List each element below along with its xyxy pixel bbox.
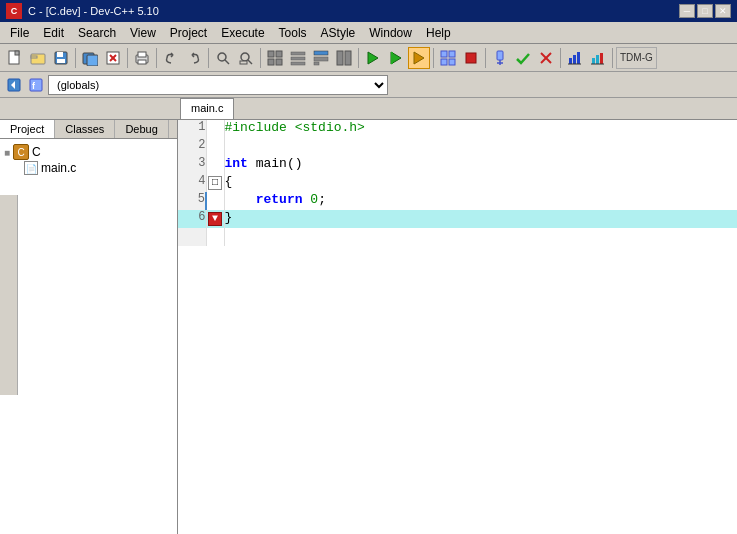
menu-help[interactable]: Help — [420, 24, 457, 42]
close-button2[interactable] — [102, 47, 124, 69]
scope-func-button[interactable]: f — [26, 74, 46, 96]
code-line-1: 1 #include <stdio.h> — [178, 120, 737, 138]
compile-run-button[interactable] — [408, 47, 430, 69]
debug-button[interactable] — [489, 47, 511, 69]
menubar: File Edit Search View Project Execute To… — [0, 22, 737, 44]
rebuild-button[interactable] — [437, 47, 459, 69]
svg-rect-52 — [600, 53, 603, 64]
view4-button[interactable] — [333, 47, 355, 69]
toolbar-separator-5 — [260, 48, 261, 68]
save-all-button[interactable] — [79, 47, 101, 69]
file-name: main.c — [41, 161, 76, 175]
print-button[interactable] — [131, 47, 153, 69]
code-editor[interactable]: 1 #include <stdio.h> 2 3 int main() — [178, 120, 737, 534]
code-table: 1 #include <stdio.h> 2 3 int main() — [178, 120, 737, 246]
toolbar-separator-2 — [127, 48, 128, 68]
menu-execute[interactable]: Execute — [215, 24, 270, 42]
project-icon: C — [13, 144, 29, 160]
sidebar-tab-debug[interactable]: Debug — [115, 120, 168, 138]
svg-rect-50 — [592, 58, 595, 64]
menu-window[interactable]: Window — [363, 24, 418, 42]
left-scrollbar[interactable] — [0, 195, 18, 395]
tree-root[interactable]: ■ C C — [4, 143, 173, 161]
code-content-3[interactable]: int main() — [224, 156, 737, 174]
toolbar-separator-6 — [358, 48, 359, 68]
line-number-2: 2 — [178, 138, 206, 156]
undo-button[interactable] — [160, 47, 182, 69]
menu-tools[interactable]: Tools — [273, 24, 313, 42]
find-button[interactable] — [212, 47, 234, 69]
open-button[interactable] — [27, 47, 49, 69]
menu-file[interactable]: File — [4, 24, 35, 42]
view1-button[interactable] — [264, 47, 286, 69]
code-content-5[interactable]: return 0; — [224, 192, 737, 210]
code-line-6: 6 ▼ } — [178, 210, 737, 228]
main-content: Project Classes Debug ■ C C 📄 main.c — [0, 120, 737, 534]
compile-button[interactable] — [362, 47, 384, 69]
close-button[interactable]: ✕ — [715, 4, 731, 18]
breakpoint-icon[interactable]: ▼ — [208, 212, 222, 226]
menu-project[interactable]: Project — [164, 24, 213, 42]
svg-rect-28 — [314, 57, 328, 61]
fold-button-4[interactable]: □ — [208, 176, 222, 190]
code-content-1[interactable]: #include <stdio.h> — [224, 120, 737, 138]
gutter-2 — [206, 138, 224, 156]
svg-rect-38 — [441, 59, 447, 65]
svg-rect-8 — [87, 55, 98, 66]
view3-button[interactable] — [310, 47, 332, 69]
menu-edit[interactable]: Edit — [37, 24, 70, 42]
svg-rect-22 — [268, 59, 274, 65]
gutter-4[interactable]: □ — [206, 174, 224, 192]
chart-button[interactable] — [564, 47, 586, 69]
menu-search[interactable]: Search — [72, 24, 122, 42]
toolbar-separator-8 — [485, 48, 486, 68]
code-content-6[interactable]: } — [224, 210, 737, 228]
toolbar-separator-1 — [75, 48, 76, 68]
code-line-5: 5 return 0; — [178, 192, 737, 210]
view2-button[interactable] — [287, 47, 309, 69]
svg-rect-36 — [441, 51, 447, 57]
redo-button[interactable] — [183, 47, 205, 69]
code-line-3: 3 int main() — [178, 156, 737, 174]
code-content-4[interactable]: { — [224, 174, 737, 192]
sidebar-tab-project[interactable]: Project — [0, 120, 55, 138]
tab-main-c[interactable]: main.c — [180, 98, 234, 119]
svg-rect-37 — [449, 51, 455, 57]
minimize-button[interactable]: ─ — [679, 4, 695, 18]
save-button[interactable] — [50, 47, 72, 69]
close-all-button[interactable] — [535, 47, 557, 69]
code-content-2[interactable] — [224, 138, 737, 156]
tree-file-main[interactable]: 📄 main.c — [4, 161, 173, 175]
stop-button[interactable] — [460, 47, 482, 69]
gutter-6[interactable]: ▼ — [206, 210, 224, 228]
file-icon: 📄 — [24, 161, 38, 175]
svg-rect-1 — [15, 51, 19, 55]
line-number-5: 5 — [178, 192, 206, 210]
scope-dropdown[interactable]: (globals) — [48, 75, 388, 95]
svg-rect-13 — [138, 52, 146, 57]
svg-rect-3 — [31, 56, 37, 58]
toolbar-separator-9 — [560, 48, 561, 68]
run-button[interactable] — [385, 47, 407, 69]
line-number-6: 6 — [178, 210, 206, 228]
check-button[interactable] — [512, 47, 534, 69]
scope-back-button[interactable] — [4, 74, 24, 96]
code-content-7[interactable] — [224, 228, 737, 246]
gutter-1 — [206, 120, 224, 138]
titlebar: C C - [C.dev] - Dev-C++ 5.10 ─ □ ✕ — [0, 0, 737, 22]
menu-astyle[interactable]: AStyle — [315, 24, 362, 42]
svg-rect-26 — [291, 62, 305, 65]
chart2-button[interactable] — [587, 47, 609, 69]
find-file-button[interactable] — [235, 47, 257, 69]
svg-rect-21 — [276, 51, 282, 57]
code-line-2: 2 — [178, 138, 737, 156]
svg-rect-24 — [291, 52, 305, 55]
maximize-button[interactable]: □ — [697, 4, 713, 18]
new-button[interactable] — [4, 47, 26, 69]
line-number-3: 3 — [178, 156, 206, 174]
menu-view[interactable]: View — [124, 24, 162, 42]
window-controls: ─ □ ✕ — [679, 4, 731, 18]
project-tree: ■ C C 📄 main.c — [0, 139, 177, 179]
svg-rect-39 — [449, 59, 455, 65]
sidebar-tab-classes[interactable]: Classes — [55, 120, 115, 138]
